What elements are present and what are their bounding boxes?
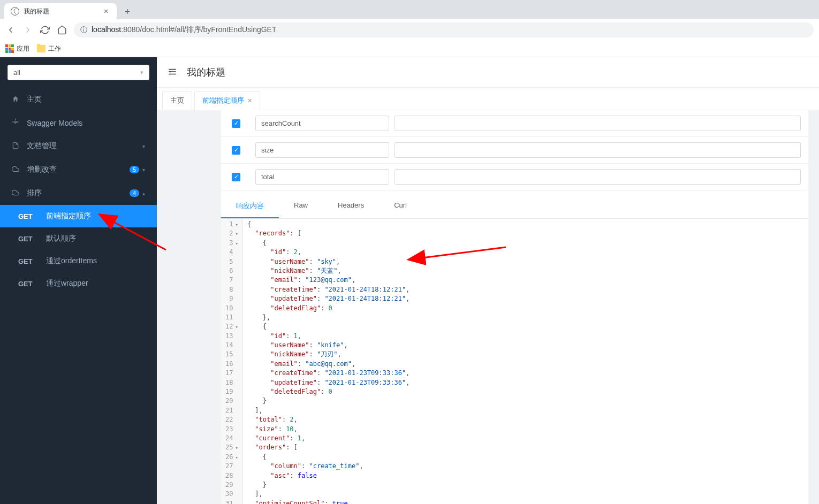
sidebar-subitem-2[interactable]: GET通过orderItems <box>0 250 157 272</box>
gutter-line-12: 12▾ <box>224 322 239 331</box>
new-tab-button[interactable]: + <box>120 4 135 19</box>
param-value-input[interactable] <box>395 142 801 158</box>
app-container: all ▾ 主页Swagger Models文档管理▾增删改查5▾排序4▴GET… <box>0 57 819 504</box>
sidebar: all ▾ 主页Swagger Models文档管理▾增删改查5▾排序4▴GET… <box>0 57 157 504</box>
param-value-input[interactable] <box>395 169 801 185</box>
param-row-1 <box>221 137 808 164</box>
code-line-30: ], <box>247 490 410 499</box>
fold-icon[interactable]: ▾ <box>233 222 238 227</box>
sidebar-item-0[interactable]: 主页 <box>0 88 157 111</box>
apps-icon <box>5 44 14 53</box>
sidebar-item-label: Swagger Models <box>27 119 145 127</box>
params-area <box>221 110 808 190</box>
sidebar-item-2[interactable]: 文档管理▾ <box>0 134 157 158</box>
gutter-line-5: 5 <box>224 257 239 266</box>
apps-bookmark[interactable]: 应用 <box>5 44 29 54</box>
gutter-line-29: 29 <box>224 480 239 490</box>
home-button[interactable] <box>57 25 67 35</box>
code-body[interactable]: { "records": [ { "id": 2, "userName": "s… <box>243 219 414 504</box>
gutter-line-14: 14 <box>224 341 239 350</box>
code-line-16: "email": "abc@qq.com", <box>247 360 410 369</box>
gutter-line-1: 1▾ <box>224 220 239 229</box>
browser-tab[interactable]: 我的标题 × <box>4 3 117 19</box>
forward-button[interactable] <box>22 25 33 35</box>
globe-icon <box>11 7 19 16</box>
response-tab-2[interactable]: Headers <box>323 195 379 218</box>
page-tab-0[interactable]: 主页 <box>162 91 192 110</box>
reload-button[interactable] <box>40 25 50 35</box>
gutter-line-30: 30 <box>224 490 239 499</box>
sidebar-subitem-label: 前端指定顺序 <box>46 211 91 221</box>
gutter-line-17: 17 <box>224 369 239 378</box>
sidebar-item-label: 主页 <box>27 95 145 104</box>
fold-icon[interactable]: ▾ <box>233 231 238 236</box>
sidebar-subitem-1[interactable]: GET默认顺序 <box>0 227 157 250</box>
param-checkbox[interactable] <box>232 173 240 181</box>
http-method-label: GET <box>18 212 46 220</box>
gutter-line-26: 26▾ <box>224 453 239 462</box>
browser-nav-bar: ⓘ localhost:8080/doc.html#/all/排序/byFron… <box>0 19 819 41</box>
page-tab-1[interactable]: 前端指定顺序✕ <box>194 91 260 110</box>
code-line-26: { <box>247 453 410 462</box>
url-bar[interactable]: ⓘ localhost:8080/doc.html#/all/排序/byFron… <box>74 22 814 37</box>
gutter-line-10: 10 <box>224 304 239 313</box>
tab-label: 前端指定顺序 <box>202 96 244 105</box>
sidebar-item-4[interactable]: 排序4▴ <box>0 181 157 205</box>
response-tab-0[interactable]: 响应内容 <box>221 195 279 218</box>
browser-chrome: 我的标题 × + ⓘ localhost:8080/doc.html#/all/… <box>0 0 819 57</box>
fold-icon[interactable]: ▾ <box>233 324 238 330</box>
close-icon[interactable]: × <box>102 7 110 16</box>
response-tab-3[interactable]: Curl <box>379 195 422 218</box>
sidebar-subitem-0[interactable]: GET前端指定顺序 <box>0 205 157 227</box>
sidebar-item-label: 增删改查 <box>27 165 130 174</box>
code-line-13: "id": 1, <box>247 332 410 341</box>
gutter-line-15: 15 <box>224 350 239 359</box>
sidebar-item-3[interactable]: 增删改查5▾ <box>0 158 157 181</box>
work-bookmark[interactable]: 工作 <box>37 44 61 54</box>
gutter-line-24: 24 <box>224 434 239 443</box>
fold-icon[interactable]: ▾ <box>233 445 238 450</box>
main-header: 我的标题 <box>157 57 819 88</box>
code-line-27: "column": "create_time", <box>247 462 410 471</box>
param-name-input[interactable] <box>255 142 389 158</box>
response-tab-1[interactable]: Raw <box>279 195 323 218</box>
sidebar-subitem-label: 通过wrapper <box>46 279 88 288</box>
fold-icon[interactable]: ▾ <box>233 241 238 246</box>
bookmark-label: 工作 <box>48 44 61 54</box>
fold-icon[interactable]: ▾ <box>233 455 238 460</box>
sidebar-subitem-3[interactable]: GET通过wrapper <box>0 272 157 295</box>
param-row-2 <box>221 164 808 190</box>
content-area[interactable]: 响应内容RawHeadersCurl 1▾2▾3▾4 5 6 7 8 9 10 … <box>157 110 819 504</box>
gutter-line-22: 22 <box>224 415 239 424</box>
sidebar-top: all ▾ <box>0 57 157 88</box>
sidebar-menu: 主页Swagger Models文档管理▾增删改查5▾排序4▴GET前端指定顺序… <box>0 88 157 504</box>
chevron-down-icon: ▾ <box>142 167 145 173</box>
code-line-21: ], <box>247 406 410 415</box>
sidebar-item-label: 排序 <box>27 188 130 198</box>
group-select[interactable]: all ▾ <box>7 65 149 80</box>
param-name-input[interactable] <box>255 169 389 185</box>
param-name-input[interactable] <box>255 116 389 131</box>
param-value-input[interactable] <box>395 116 801 131</box>
cloud-icon <box>12 189 20 198</box>
param-row-0 <box>221 110 808 137</box>
gutter-line-11: 11 <box>224 313 239 322</box>
close-icon[interactable]: ✕ <box>247 97 252 104</box>
chevron-down-icon: ▾ <box>142 143 145 149</box>
folder-icon <box>37 45 46 52</box>
tab-label: 主页 <box>170 96 184 105</box>
doc-icon <box>12 142 20 151</box>
app-title: 我的标题 <box>187 66 225 79</box>
gutter-line-31: 31 <box>224 499 239 504</box>
gutter-line-18: 18 <box>224 378 239 387</box>
sidebar-item-1[interactable]: Swagger Models <box>0 111 157 134</box>
back-button[interactable] <box>5 25 16 35</box>
gutter-line-28: 28 <box>224 471 239 480</box>
bookmark-label: 应用 <box>17 44 29 54</box>
param-checkbox[interactable] <box>232 146 240 155</box>
code-line-22: "total": 2, <box>247 415 410 424</box>
code-line-14: "userName": "knife", <box>247 341 410 350</box>
gutter-line-13: 13 <box>224 332 239 341</box>
menu-collapse-icon[interactable] <box>168 67 177 78</box>
param-checkbox[interactable] <box>232 119 240 128</box>
